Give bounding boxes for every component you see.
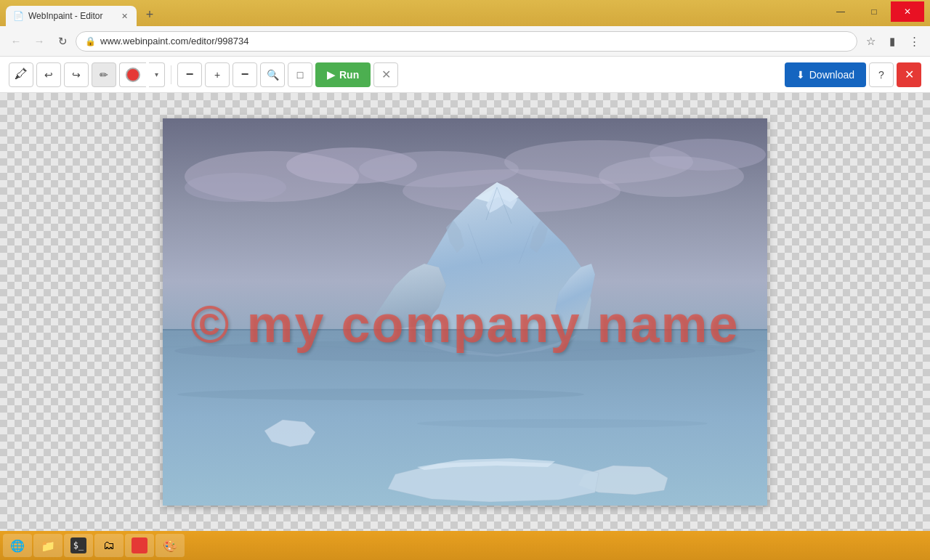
bookmark-star-button[interactable]: ☆ (860, 31, 881, 52)
svg-point-3 (185, 173, 286, 202)
run-label: Run (339, 69, 359, 81)
square-icon: □ (297, 69, 303, 81)
svg-point-6 (650, 139, 766, 171)
redo-button[interactable]: ↪ (64, 62, 89, 87)
help-icon: ? (878, 69, 884, 81)
taskbar-item-manager[interactable]: 🗂 (94, 534, 124, 557)
search-icon: 🔍 (267, 69, 279, 81)
help-button[interactable]: ? (869, 62, 894, 87)
crop-button[interactable]: □ (288, 62, 312, 87)
download-button[interactable]: ⬇ Download (785, 62, 866, 87)
manager-icon: 🗂 (101, 537, 117, 553)
cast-button[interactable]: ▮ (882, 31, 902, 52)
tab-close-button[interactable]: ✕ (119, 11, 129, 21)
pencil-button[interactable]: ✏ (92, 62, 116, 87)
run-button[interactable]: ▶ Run (315, 62, 371, 87)
terminal-icon: $_ (70, 537, 86, 553)
lock-icon: 🔒 (85, 36, 96, 46)
svg-point-8 (359, 151, 519, 187)
color-picker-button[interactable] (119, 62, 146, 87)
undo-button[interactable]: ↩ (36, 62, 61, 87)
back-button[interactable]: ← (6, 31, 26, 52)
taskbar-item-app1[interactable] (125, 534, 154, 557)
taskbar-item-browser[interactable]: 🌐 (3, 534, 32, 557)
tab-title: WebInpaint - Editor (28, 11, 103, 21)
download-icon: ⬇ (796, 69, 805, 81)
color-swatch (126, 68, 140, 82)
taskbar-item-terminal[interactable]: $_ (64, 534, 93, 557)
zoom-in-icon: − (241, 67, 249, 82)
color-dropdown-button[interactable]: ▾ (149, 62, 165, 87)
browser-title-bar: 📄 WebInpaint - Editor ✕ + ― □ ✕ (0, 0, 930, 26)
window-controls: ― □ ✕ (824, 1, 924, 22)
tab-favicon: 📄 (13, 11, 24, 21)
app1-icon (132, 537, 147, 553)
browser-tab[interactable]: 📄 WebInpaint - Editor ✕ (6, 6, 137, 26)
files-icon: 📁 (40, 537, 56, 553)
close-icon: ✕ (381, 68, 391, 81)
browser-icon: 🌐 (9, 537, 25, 553)
new-tab-button[interactable]: + (140, 4, 160, 25)
zoom-in-small-button[interactable]: + (205, 62, 230, 87)
pencil-icon: ✏ (100, 69, 108, 81)
refresh-button[interactable]: ↻ (52, 31, 73, 52)
canvas-container[interactable]: © my company name (163, 118, 767, 506)
svg-point-11 (177, 389, 584, 400)
window-close-button[interactable]: ✕ (891, 1, 924, 22)
zoom-out-icon: − (186, 67, 194, 82)
redo-icon: ↪ (72, 69, 81, 81)
close-app-button[interactable]: ✕ (897, 62, 921, 87)
nav-right-buttons: ☆ ▮ ⋮ (860, 31, 924, 52)
svg-point-12 (417, 419, 708, 428)
paint-icon: 🎨 (162, 537, 178, 553)
canvas-image: © my company name (163, 118, 767, 506)
search-zoom-button[interactable]: 🔍 (260, 62, 285, 87)
app-toolbar: 🖍 ↩ ↪ ✏ ▾ − + − 🔍 □ ▶ Run ✕ ⬇ Download ? (0, 57, 930, 93)
separator-1 (171, 65, 171, 84)
taskbar-item-paint[interactable]: 🎨 (155, 534, 185, 557)
undo-icon: ↩ (44, 69, 53, 81)
download-label: Download (809, 69, 854, 81)
window-minimize-button[interactable]: ― (824, 1, 857, 22)
chevron-down-icon: ▾ (155, 70, 158, 78)
window-maximize-button[interactable]: □ (857, 1, 891, 22)
zoom-in-small-icon: + (214, 69, 220, 81)
forward-button[interactable]: → (29, 31, 49, 52)
cancel-run-button[interactable]: ✕ (373, 62, 398, 87)
close-red-icon: ✕ (905, 68, 914, 81)
iceberg-svg (163, 118, 767, 506)
main-canvas-area: © my company name (0, 93, 930, 531)
url-input[interactable] (100, 36, 848, 46)
menu-button[interactable]: ⋮ (904, 31, 924, 52)
address-bar[interactable]: 🔒 (76, 31, 857, 52)
taskbar-item-files[interactable]: 📁 (33, 534, 62, 557)
zoom-in-button[interactable]: − (232, 62, 257, 87)
taskbar: 🌐 📁 $_ 🗂 🎨 (0, 531, 930, 560)
eraser-button[interactable]: 🖍 (9, 62, 33, 87)
browser-nav-bar: ← → ↻ 🔒 ☆ ▮ ⋮ (0, 26, 930, 57)
play-icon: ▶ (327, 69, 335, 81)
zoom-out-button[interactable]: − (177, 62, 202, 87)
